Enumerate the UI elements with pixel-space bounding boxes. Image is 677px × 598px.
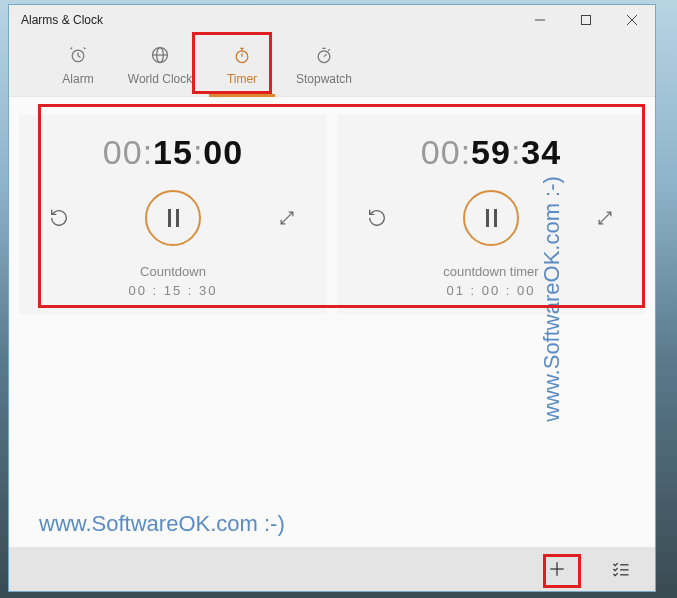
timer-original-time: 01 : 00 : 00: [446, 283, 535, 298]
svg-line-21: [599, 212, 611, 224]
svg-line-7: [71, 48, 73, 50]
timer-minutes: 59: [471, 133, 511, 171]
tab-stopwatch[interactable]: Stopwatch: [283, 38, 365, 94]
tab-label: Stopwatch: [296, 72, 352, 86]
watermark-text-side: www.SoftwareOK.com :-): [539, 176, 565, 422]
tab-label: World Clock: [128, 72, 192, 86]
timer-label: countdown timer: [443, 264, 538, 279]
reset-button[interactable]: [363, 204, 391, 232]
svg-line-8: [84, 48, 86, 50]
globe-icon: [150, 45, 170, 70]
close-button[interactable]: [609, 5, 655, 35]
stopwatch-icon: [314, 45, 334, 70]
svg-rect-1: [582, 16, 591, 25]
timer-label: Countdown: [140, 264, 206, 279]
expand-button[interactable]: [591, 204, 619, 232]
select-timers-button[interactable]: [603, 551, 639, 587]
tab-label: Timer: [227, 72, 257, 86]
timer-original-time: 00 : 15 : 30: [128, 283, 217, 298]
timer-display: 00:15:00: [103, 133, 243, 172]
timer-hours: 00: [103, 133, 143, 171]
tab-bar: Alarm World Clock Timer Stopwatch: [9, 35, 655, 97]
reset-button[interactable]: [45, 204, 73, 232]
timer-display: 00:59:34: [421, 133, 561, 172]
window-title: Alarms & Clock: [21, 13, 103, 27]
svg-line-20: [281, 212, 293, 224]
timer-icon: [232, 45, 252, 70]
tab-timer[interactable]: Timer: [201, 38, 283, 94]
timer-seconds: 00: [203, 133, 243, 171]
timer-card[interactable]: 00:59:34 countdown timer 01 : 00 : 00: [337, 115, 645, 314]
minimize-button[interactable]: [517, 5, 563, 35]
timer-controls: [347, 190, 635, 246]
tab-label: Alarm: [62, 72, 93, 86]
expand-button[interactable]: [273, 204, 301, 232]
window-controls: [517, 5, 655, 35]
timer-controls: [29, 190, 317, 246]
timer-seconds: 34: [521, 133, 561, 171]
watermark-text: www.SoftwareOK.com :-): [39, 511, 285, 537]
timer-hours: 00: [421, 133, 461, 171]
pause-button[interactable]: [145, 190, 201, 246]
svg-line-17: [324, 54, 327, 57]
tab-world-clock[interactable]: World Clock: [119, 38, 201, 94]
titlebar: Alarms & Clock: [9, 5, 655, 35]
alarm-icon: [68, 45, 88, 70]
bottom-bar: [9, 547, 655, 591]
maximize-button[interactable]: [563, 5, 609, 35]
timer-card[interactable]: 00:15:00 Countdown 00 : 15 : 30: [19, 115, 327, 314]
timer-minutes: 15: [153, 133, 193, 171]
svg-line-19: [328, 49, 330, 51]
pause-icon: [168, 209, 179, 227]
add-timer-button[interactable]: [539, 551, 575, 587]
tab-alarm[interactable]: Alarm: [37, 38, 119, 94]
svg-line-6: [78, 56, 81, 58]
pause-button[interactable]: [463, 190, 519, 246]
pause-icon: [486, 209, 497, 227]
